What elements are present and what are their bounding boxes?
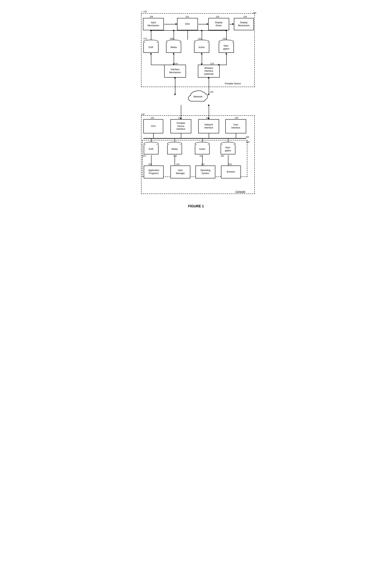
- app-programs-box: ApplicationPrograms: [144, 166, 164, 179]
- arrow-nav-wi: [226, 53, 227, 65]
- navigation-bottom-cylinder: Navi-gation: [220, 142, 236, 154]
- display-mechanism-box: DisplayMechanism: [234, 18, 254, 30]
- ref-152: 152: [201, 163, 204, 165]
- arrow-wi-network: [209, 78, 209, 95]
- arrow-ear-app: [151, 155, 152, 166]
- arrowhead-network-pdi: [180, 118, 182, 120]
- ref-120: ↙ 120: [141, 10, 147, 13]
- ref-154: 154: [176, 163, 180, 165]
- ref-112: 112: [198, 37, 201, 40]
- arrow-action-dss: [202, 30, 202, 40]
- browser-box: Browser: [221, 166, 241, 179]
- arrow-ear-dss-v: [151, 30, 151, 40]
- ref-144: 144: [150, 117, 154, 119]
- arrow-network-ni: [209, 105, 209, 119]
- ref-164: 164: [142, 155, 146, 157]
- os-box: OperatingSystem: [196, 166, 215, 179]
- pdi-box: PortableDeviceInterface: [170, 119, 191, 133]
- arrow-nav-dss: [226, 30, 227, 40]
- figure-caption: FIGURE 1: [136, 204, 256, 208]
- ref-158: 158: [173, 155, 177, 157]
- arrowhead-nav-wi-up: [225, 53, 227, 54]
- arrow-im-network: [175, 78, 175, 95]
- ref-150: 150: [228, 163, 232, 165]
- ni-box: NetworkInterface: [198, 119, 219, 133]
- arrow-ni-bus: [209, 133, 209, 138]
- arrowhead-input-dss: [176, 23, 177, 25]
- ref-106: 106: [150, 15, 153, 18]
- ref-114: 114: [143, 37, 147, 40]
- arrow-network-pdi: [181, 105, 181, 119]
- arrow-bus-nav: [228, 139, 228, 142]
- diagram: ← 100 ↙ 120 InputMechanism 106 DSS 101 D…: [136, 7, 256, 200]
- arrow-ui-bus: [236, 133, 236, 138]
- arrow-bus-media: [174, 139, 175, 142]
- arrowhead-im-network-up: [174, 77, 176, 78]
- arrow-action-wi: [202, 53, 202, 65]
- page: ← 100 ↙ 120 InputMechanism 106 DSS 101 D…: [132, 4, 260, 212]
- display-driver-box: DisplayDriver: [208, 18, 229, 30]
- ref-148: 148: [235, 117, 238, 119]
- wireless-interface-box: WirelessInterface(optional): [198, 65, 220, 78]
- arrow-nav-browser: [228, 155, 228, 166]
- ui-box: UserInterface: [225, 119, 246, 133]
- h-line-ear-im: [151, 65, 164, 65]
- ear-bottom-cylinder: EAR: [144, 142, 158, 154]
- dss-box: DSS: [177, 18, 198, 30]
- bus-line: [143, 138, 246, 139]
- ref-110: 110: [222, 37, 226, 40]
- arrow-bus-ear: [151, 139, 152, 142]
- arrowhead-media-im: [173, 64, 174, 65]
- cpu-box: CPU: [143, 119, 163, 133]
- media-top-cylinder: Media: [166, 40, 181, 53]
- ref-101: 101: [186, 15, 189, 18]
- arrowhead-media-im-up: [173, 53, 174, 54]
- arrowhead-im-network-down: [174, 94, 176, 95]
- ref-116: 116: [174, 62, 178, 65]
- action-bottom-cylinder: Action: [195, 142, 210, 154]
- computer-label: Computer: [236, 190, 246, 193]
- arrowhead-driver-mechanism: [232, 23, 234, 25]
- navigation-top-cylinder: Navi-gation: [219, 40, 234, 53]
- ref-166: 166: [246, 136, 249, 138]
- arrow-input-dss: [164, 24, 177, 24]
- arrowhead-wi-network-up: [208, 77, 210, 78]
- ref-100: ← 100: [253, 9, 256, 14]
- arrow-dss-down: [188, 30, 188, 40]
- arrow-media-im: [174, 53, 174, 65]
- ref-130: 130: [210, 91, 213, 93]
- arrow-pdi-bus: [181, 133, 181, 138]
- ref-118: 118: [210, 62, 214, 65]
- sync-manager-box: SyncManager: [170, 166, 190, 179]
- input-mechanism-box: InputMechanism: [143, 18, 164, 30]
- arrowhead-ear-im-up: [150, 53, 152, 54]
- interface-mechanism-box: InterfaceMechanism: [164, 65, 186, 78]
- svg-text:Network: Network: [193, 95, 202, 98]
- ref-160: 160: [220, 155, 224, 157]
- arrowhead-action-wi-up: [201, 53, 203, 54]
- ref-168: 168: [246, 141, 250, 143]
- arrowhead-dss-driver: [207, 23, 208, 25]
- ref-140: 140: [141, 113, 144, 115]
- arrow-media-dss: [174, 30, 174, 40]
- arrow-action-os: [202, 155, 203, 166]
- ear-top-cylinder: EAR: [143, 40, 158, 53]
- arrow-cpu-bus: [153, 133, 154, 138]
- arrowhead-nav-wi-right: [218, 64, 220, 66]
- arrowhead-wi-network-down: [208, 94, 210, 95]
- network-cloud: Network: [186, 90, 209, 105]
- h-line-nav-wi: [202, 65, 227, 65]
- arrowhead-network-ni: [208, 118, 210, 120]
- h-line-cylinders: [151, 30, 227, 31]
- arrow-bus-action: [202, 139, 203, 142]
- arrow-media-sync: [174, 155, 175, 166]
- ref-102: 102: [216, 15, 219, 18]
- portable-device-label: Portable Device: [225, 82, 241, 85]
- arrowhead-network-ni-up: [208, 104, 210, 106]
- media-bottom-cylinder: Media: [167, 142, 182, 154]
- action-top-cylinder: Action: [194, 40, 209, 53]
- ref-104: 104: [243, 15, 247, 18]
- arrow-ear-im: [151, 53, 151, 65]
- ref-108: 108: [170, 37, 173, 40]
